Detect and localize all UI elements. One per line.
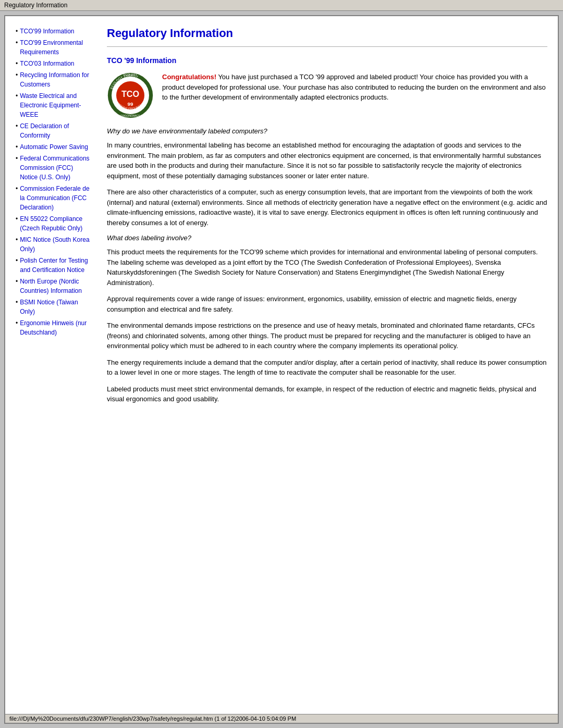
bullet-icon: • [16, 121, 18, 131]
sidebar-link-en55022[interactable]: EN 55022 Compliance (Czech Republic Only… [20, 214, 91, 233]
sidebar-link-tco99-env[interactable]: TCO'99 Environmental Requirements [20, 38, 91, 57]
sidebar-item-recycling[interactable]: •Recycling Information for Customers [16, 70, 91, 89]
bullet-icon: • [16, 214, 18, 224]
title-bar-label: Regulatory Information [4, 2, 67, 9]
bullet-icon: • [16, 256, 18, 265]
sidebar: •TCO'99 Information•TCO'99 Environmental… [16, 27, 91, 704]
content-area: •TCO'99 Information•TCO'99 Environmental… [5, 16, 558, 714]
sidebar-item-tco99-env[interactable]: •TCO'99 Environmental Requirements [16, 38, 91, 57]
intro-text: You have just purchased a TCO '99 approv… [162, 73, 546, 101]
para4: Approval requirements cover a wide range… [107, 294, 547, 314]
status-text: file:///D|/My%20Documents/dfu/230WP7/eng… [9, 715, 296, 722]
page-title: Regulatory Information [107, 27, 547, 40]
svg-text:ECOLOGY: ECOLOGY [124, 73, 138, 76]
sidebar-item-north-europe[interactable]: •North Europe (Nordic Countries) Informa… [16, 277, 91, 295]
heading-labeling: What does labeling involve? [107, 234, 547, 242]
svg-text:ERGONOMICS: ERGONOMICS [120, 114, 140, 117]
sidebar-item-en55022[interactable]: •EN 55022 Compliance (Czech Republic Onl… [16, 214, 91, 233]
bullet-icon: • [16, 298, 18, 307]
bullet-icon: • [16, 27, 18, 36]
sidebar-item-bsmi[interactable]: •BSMI Notice (Taiwan Only) [16, 298, 91, 316]
bullet-icon: • [16, 235, 18, 244]
sidebar-link-fcc-notice[interactable]: Federal Communications Commission (FCC) … [20, 154, 91, 182]
sidebar-item-auto-power[interactable]: •Automatic Power Saving [16, 142, 91, 152]
sidebar-link-tco99-info[interactable]: TCO'99 Information [20, 27, 74, 36]
bullet-icon: • [16, 91, 18, 101]
sidebar-item-fcc-notice[interactable]: •Federal Communications Commission (FCC)… [16, 154, 91, 182]
title-bar: Regulatory Information [0, 0, 563, 11]
tco-intro-block: TCO ECOLOGY ENERGY EMISSIONS ERGONOMICS … [107, 72, 547, 119]
para2: There are also other characteristics of … [107, 187, 547, 228]
sidebar-link-polish-center[interactable]: Polish Center for Testing and Certificat… [20, 256, 91, 275]
main-window: •TCO'99 Information•TCO'99 Environmental… [4, 15, 559, 724]
sidebar-link-bsmi[interactable]: BSMI Notice (Taiwan Only) [20, 298, 91, 316]
section-title: TCO '99 Information [107, 56, 547, 65]
sidebar-link-ergonomie[interactable]: Ergonomie Hinweis (nur Deutschland) [20, 318, 91, 337]
bullet-icon: • [16, 142, 18, 152]
sidebar-item-weee[interactable]: •Waste Electrical and Electronic Equipme… [16, 91, 91, 119]
sidebar-item-polish-center[interactable]: •Polish Center for Testing and Certifica… [16, 256, 91, 275]
bullet-icon: • [16, 277, 18, 286]
sidebar-item-tco03-info[interactable]: •TCO'03 Information [16, 59, 91, 68]
bullet-icon: • [16, 70, 18, 80]
bullet-icon: • [16, 59, 18, 68]
para3: This product meets the requirements for … [107, 247, 547, 288]
bullet-icon: • [16, 38, 18, 47]
congratulations-label: Congratulations! [162, 73, 216, 81]
tco-intro-text: Congratulations! You have just purchased… [162, 72, 547, 119]
sidebar-link-commission-fcc[interactable]: Commission Federale de la Communication … [20, 184, 91, 212]
sidebar-link-weee[interactable]: Waste Electrical and Electronic Equipmen… [20, 91, 91, 119]
svg-text:TCO: TCO [121, 89, 139, 98]
sidebar-item-ergonomie[interactable]: •Ergonomie Hinweis (nur Deutschland) [16, 318, 91, 337]
sidebar-link-mic-notice[interactable]: MIC Notice (South Korea Only) [20, 235, 91, 254]
para1: In many countries, environmental labelin… [107, 140, 547, 181]
sidebar-link-recycling[interactable]: Recycling Information for Customers [20, 70, 91, 89]
sidebar-link-auto-power[interactable]: Automatic Power Saving [20, 142, 88, 152]
para5: The environmental demands impose restric… [107, 320, 547, 351]
para6: The energy requirements include a demand… [107, 357, 547, 378]
sidebar-item-mic-notice[interactable]: •MIC Notice (South Korea Only) [16, 235, 91, 254]
sidebar-link-tco03-info[interactable]: TCO'03 Information [20, 59, 74, 68]
tco-logo: TCO ECOLOGY ENERGY EMISSIONS ERGONOMICS … [107, 72, 154, 119]
heading-why: Why do we have environmentally labeled c… [107, 127, 547, 135]
sidebar-item-ce-declaration[interactable]: •CE Declaration of Conformity [16, 121, 91, 140]
svg-text:99: 99 [128, 101, 133, 107]
para7: Labeled products must meet strict enviro… [107, 384, 547, 404]
sidebar-link-ce-declaration[interactable]: CE Declaration of Conformity [20, 121, 91, 140]
bullet-icon: • [16, 184, 18, 193]
status-bar: file:///D|/My%20Documents/dfu/230WP7/eng… [5, 714, 558, 723]
divider [107, 46, 547, 47]
sidebar-link-north-europe[interactable]: North Europe (Nordic Countries) Informat… [20, 277, 91, 295]
bullet-icon: • [16, 154, 18, 163]
sidebar-item-commission-fcc[interactable]: •Commission Federale de la Communication… [16, 184, 91, 212]
sidebar-item-tco99-info[interactable]: •TCO'99 Information [16, 27, 91, 36]
main-content: Regulatory Information TCO '99 Informati… [102, 27, 547, 704]
bullet-icon: • [16, 318, 18, 328]
